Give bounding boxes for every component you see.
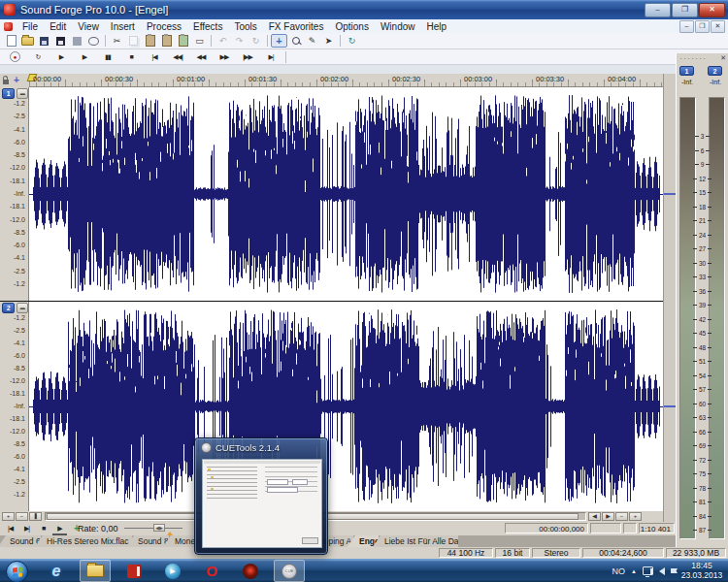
taskbar-downloader-app[interactable] [235,560,266,582]
meter-scale-tick: 45 [678,331,726,336]
render-as-button[interactable] [69,34,85,48]
meter-channel-1-button[interactable]: 1 [679,66,694,76]
edit-tool-button[interactable]: + [271,34,287,48]
time-ruler[interactable]: 00:00:0000:00:3000:01:0000:01:3000:02:00… [29,74,663,87]
taskbar-opera[interactable]: O [196,560,227,582]
menu-help[interactable]: Help [420,20,452,33]
forward-button[interactable]: ▶▶ [213,50,236,63]
stop-button[interactable]: ■ [119,50,143,63]
mix-button[interactable] [175,34,191,48]
splitter-handle[interactable]: ❚ [29,512,42,521]
taskbar-clock[interactable]: 18:45 23.03.2013 [679,561,724,580]
repeat-button[interactable]: ↻ [248,34,264,48]
meter-panel-close-icon[interactable]: ✕ [720,54,726,62]
minimize-button[interactable]: – [645,3,671,17]
channel-2-minimize-button[interactable]: ▬ [17,303,28,313]
meter-scale-tick: 66 [678,430,726,435]
playbar-go-to-start-button[interactable]: |◀ [3,523,17,534]
channel-1-badge[interactable]: 1 [2,88,15,99]
playbar-go-to-end-button[interactable]: ▶| [19,523,34,534]
rate-slider-handle[interactable]: ◀▶ [153,524,165,532]
open-file-button[interactable] [19,34,36,48]
hidden-icons-chevron-icon[interactable]: ▲ [631,568,637,574]
ruler-corner: + [0,74,29,87]
rebuild-peaks-button[interactable]: ↻ [344,34,360,48]
cuetools-thumbnail[interactable] [202,459,322,548]
tab-liebe-ist-für-alle-da[interactable]: Liebe Ist Für Alle Da [373,535,458,547]
taskbar-book-app[interactable] [118,560,149,582]
meter-scale-tick: 21 [678,218,726,223]
extract-audio-button[interactable] [85,34,102,48]
menu-options[interactable]: Options [329,20,374,33]
zoom-in-button[interactable]: + [2,512,15,521]
meter-panel-grip[interactable]: ······· [679,53,707,63]
cut-button[interactable]: ✂ [109,34,125,48]
paste-button[interactable] [142,34,158,48]
copy-button[interactable] [125,34,142,48]
menu-process[interactable]: Process [141,20,187,33]
menu-tools[interactable]: Tools [228,20,262,33]
language-indicator[interactable]: NO [612,566,626,576]
channel-2-badge[interactable]: 2 [2,303,15,313]
rewind-button[interactable]: ◀◀ [189,50,213,63]
pause-button[interactable]: ▮▮ [96,50,119,63]
meter-scale-tick: 3 [678,134,726,139]
maximize-button[interactable]: ❐ [672,3,698,17]
rate-label: Rate: 0,00 [78,524,118,534]
waveform-channel-1[interactable] [29,87,663,301]
playbar-stop-button[interactable]: ■ [36,523,50,534]
record-button[interactable]: ● [3,50,26,63]
menu-insert[interactable]: Insert [105,20,141,33]
new-file-icon [7,35,17,47]
doc-minimize-button[interactable]: – [679,20,694,33]
doc-restore-button[interactable]: ❐ [695,20,710,33]
cuetools-preview-popup[interactable]: CUETools 2.1.4 [194,437,328,555]
playbar-play-button[interactable]: ▶ [52,523,67,535]
zoom-time-out-button[interactable]: − [615,512,628,521]
close-button[interactable]: ✕ [699,3,725,17]
redo-button[interactable]: ↷ [231,34,248,48]
trim-button[interactable]: ▭ [191,34,208,48]
meter-channel-2-button[interactable]: 2 [708,66,722,76]
tab-hi-res-stereo-mix-flac[interactable]: Hi-Res Stereo Mix.flac [35,535,132,547]
loop-playback-button[interactable]: ↻ [26,50,50,63]
taskbar-windows-explorer[interactable] [80,560,111,582]
start-button[interactable] [6,561,28,582]
tab-sound-6[interactable]: Sound 6 [0,535,41,547]
play-button[interactable]: ▶ [73,50,96,63]
previous-marker-button[interactable]: ◀◀| [166,50,189,63]
action-center-flag-icon[interactable] [671,568,678,573]
event-tool-button[interactable]: ➤ [320,34,337,48]
menu-effects[interactable]: Effects [187,20,228,33]
zoom-out-button[interactable]: − [16,512,28,521]
menu-file[interactable]: File [17,20,44,33]
channel-1-minimize-button[interactable]: ▬ [17,88,28,99]
save-button[interactable] [36,34,52,48]
taskbar-internet-explorer[interactable]: e [41,560,72,582]
waveform-channel-2[interactable] [29,302,663,511]
magnify-tool-button[interactable] [287,34,304,48]
undo-button[interactable]: ↶ [215,34,231,48]
taskbar-cuetools[interactable]: CUE [274,560,305,582]
zoom-time-in-button[interactable]: + [629,512,642,521]
taskbar-media-app[interactable]: ▶ [157,560,188,582]
doc-close-button[interactable]: ✕ [711,20,725,33]
volume-icon[interactable] [659,567,665,575]
go-to-end-button[interactable]: ▶| [259,50,282,63]
next-marker-button[interactable]: |▶▶ [236,50,259,63]
pencil-tool-button[interactable]: ✎ [304,34,320,48]
menu-fx-favorites[interactable]: FX Favorites [263,20,330,33]
save-as-button[interactable] [52,34,69,48]
paste-special-button[interactable] [158,34,175,48]
scroll-right-icon[interactable]: ▶ [602,512,614,521]
tab-sound-8[interactable]: Sound 8 [126,535,169,547]
menu-edit[interactable]: Edit [44,20,72,33]
scroll-left-icon[interactable]: ◀ [588,512,601,521]
menu-window[interactable]: Window [375,20,421,33]
ruler-label: 00:03:30 [536,75,564,83]
new-file-button[interactable] [3,34,19,48]
menu-view[interactable]: View [72,20,105,33]
repeat-icon: ↻ [252,36,260,46]
play-all-button[interactable]: ▶ [50,50,73,63]
go-to-start-button[interactable]: |◀ [143,50,166,63]
